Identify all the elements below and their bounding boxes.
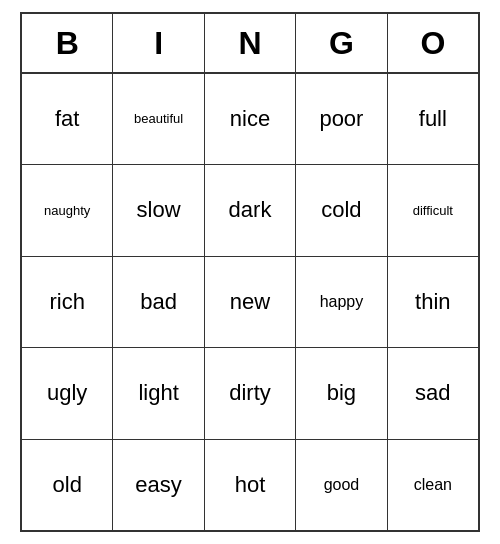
grid-cell-0-2: nice <box>205 74 296 164</box>
grid-cell-0-0: fat <box>22 74 113 164</box>
grid-cell-1-3: cold <box>296 165 387 255</box>
grid-cell-4-1: easy <box>113 440 204 530</box>
cell-text-3-4: sad <box>415 380 450 406</box>
bingo-header: BINGO <box>22 14 478 74</box>
cell-text-0-4: full <box>419 106 447 132</box>
cell-text-0-1: beautiful <box>134 111 183 127</box>
grid-cell-0-3: poor <box>296 74 387 164</box>
cell-text-3-3: big <box>327 380 356 406</box>
header-cell-B: B <box>22 14 113 72</box>
grid-row-2: richbadnewhappythin <box>22 257 478 348</box>
grid-cell-4-4: clean <box>388 440 478 530</box>
bingo-card: BINGO fatbeautifulnicepoorfullnaughtyslo… <box>20 12 480 532</box>
cell-text-0-2: nice <box>230 106 270 132</box>
cell-text-1-3: cold <box>321 197 361 223</box>
cell-text-4-3: good <box>324 475 360 494</box>
grid-cell-4-3: good <box>296 440 387 530</box>
grid-row-3: uglylightdirtybigsad <box>22 348 478 439</box>
grid-cell-3-0: ugly <box>22 348 113 438</box>
grid-cell-0-1: beautiful <box>113 74 204 164</box>
cell-text-1-4: difficult <box>413 203 453 219</box>
cell-text-3-0: ugly <box>47 380 87 406</box>
grid-cell-3-3: big <box>296 348 387 438</box>
cell-text-3-2: dirty <box>229 380 271 406</box>
grid-cell-2-2: new <box>205 257 296 347</box>
cell-text-2-0: rich <box>49 289 84 315</box>
bingo-grid: fatbeautifulnicepoorfullnaughtyslowdarkc… <box>22 74 478 530</box>
cell-text-4-1: easy <box>135 472 181 498</box>
grid-cell-2-3: happy <box>296 257 387 347</box>
grid-cell-0-4: full <box>388 74 478 164</box>
cell-text-2-1: bad <box>140 289 177 315</box>
cell-text-1-1: slow <box>137 197 181 223</box>
cell-text-1-0: naughty <box>44 203 90 219</box>
grid-cell-3-4: sad <box>388 348 478 438</box>
grid-cell-2-0: rich <box>22 257 113 347</box>
grid-row-1: naughtyslowdarkcolddifficult <box>22 165 478 256</box>
grid-cell-3-2: dirty <box>205 348 296 438</box>
cell-text-4-0: old <box>53 472 82 498</box>
grid-cell-2-1: bad <box>113 257 204 347</box>
header-cell-I: I <box>113 14 204 72</box>
grid-cell-4-0: old <box>22 440 113 530</box>
cell-text-4-4: clean <box>414 475 452 494</box>
header-cell-G: G <box>296 14 387 72</box>
grid-cell-3-1: light <box>113 348 204 438</box>
cell-text-0-0: fat <box>55 106 79 132</box>
grid-cell-4-2: hot <box>205 440 296 530</box>
cell-text-4-2: hot <box>235 472 266 498</box>
header-cell-O: O <box>388 14 478 72</box>
grid-cell-1-0: naughty <box>22 165 113 255</box>
grid-cell-1-4: difficult <box>388 165 478 255</box>
grid-row-0: fatbeautifulnicepoorfull <box>22 74 478 165</box>
cell-text-2-2: new <box>230 289 270 315</box>
grid-row-4: oldeasyhotgoodclean <box>22 440 478 530</box>
grid-cell-1-2: dark <box>205 165 296 255</box>
cell-text-2-3: happy <box>320 292 364 311</box>
cell-text-0-3: poor <box>319 106 363 132</box>
cell-text-3-1: light <box>138 380 178 406</box>
grid-cell-2-4: thin <box>388 257 478 347</box>
cell-text-1-2: dark <box>229 197 272 223</box>
cell-text-2-4: thin <box>415 289 450 315</box>
grid-cell-1-1: slow <box>113 165 204 255</box>
header-cell-N: N <box>205 14 296 72</box>
